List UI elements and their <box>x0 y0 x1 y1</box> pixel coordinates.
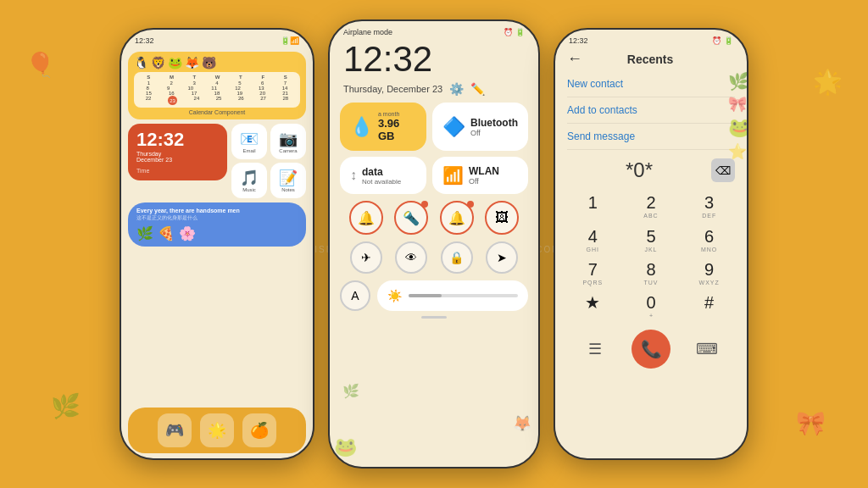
key-6[interactable]: 6 MNO <box>680 223 738 256</box>
status-bar-3: 12:32 ⏰ 🔋 <box>555 30 747 47</box>
message-text: Every year, there are handsome men <box>136 208 298 214</box>
key-0[interactable]: 0 + <box>622 289 681 323</box>
app-email[interactable]: 📧 Email <box>231 124 267 159</box>
control-row-2: ✈ 👁 🔒 ➤ <box>330 240 538 275</box>
key-7[interactable]: 7 PQRS <box>564 256 622 289</box>
brightness-icon: ☀️ <box>387 289 402 302</box>
data-sub: Not available <box>362 178 401 186</box>
key-2[interactable]: 2 ABC <box>622 189 681 223</box>
dialer-time: 12:32 <box>569 36 588 45</box>
lock-icon[interactable]: 🔒 <box>441 241 473 274</box>
app-notes-label: Notes <box>281 187 295 192</box>
flashlight-icon[interactable]: 🔦 <box>394 201 428 235</box>
app-music[interactable]: 🎵 Music <box>231 163 267 198</box>
cc-time: 12:32 <box>330 38 538 80</box>
data-label: data <box>362 166 401 178</box>
recents-header: ← Recents <box>555 47 747 71</box>
bluetooth-label: Bluetooth <box>470 117 518 129</box>
key-5[interactable]: 5 JKL <box>622 223 681 256</box>
control-tiles: 💧 a month 3.96 GB 🔷 Bluetooth Off <box>330 103 538 199</box>
recents-item-add[interactable]: Add to contacts <box>567 97 735 124</box>
calendar-label: Calendar Component <box>134 109 300 115</box>
time-1: 12:32 <box>135 36 154 45</box>
mobile-data-tile[interactable]: ↕️ data Not available <box>340 157 426 194</box>
phone-2: Airplane mode ⏰ 🔋 🐸 🦊 🌿 12:32 Thursday, … <box>328 19 540 469</box>
dock: 🎮 🌟 🍊 <box>128 408 306 453</box>
screenshot-icon[interactable]: 🖼 <box>485 201 519 235</box>
key-3[interactable]: 3 DEF <box>680 189 738 223</box>
dialer-status-icons: ⏰ 🔋 <box>712 36 733 45</box>
recents-item-message[interactable]: Send message <box>567 124 735 150</box>
dialer-input-area: *0* ⌫ <box>555 152 747 189</box>
vibrate-icon[interactable]: 🔔 <box>349 201 383 235</box>
cc-status-icons: ⏰ 🔋 <box>504 28 525 36</box>
brightness-slider[interactable]: ☀️ <box>377 280 528 311</box>
time-date: December 23 <box>136 157 219 163</box>
cc-date: Thursday, December 23 ⚙️ ✏️ <box>330 80 538 103</box>
key-star[interactable]: ★ <box>564 289 622 323</box>
status-bar-1: 12:32 🔋📶 <box>121 30 313 47</box>
wlan-sub: Off <box>469 177 499 186</box>
menu-button[interactable]: ☰ <box>579 333 611 365</box>
status-bar-2: Airplane mode ⏰ 🔋 <box>330 21 538 38</box>
message-sub: 这不是正义的化身那是什么 <box>136 214 298 222</box>
time-label: Time <box>136 168 219 174</box>
time-big: 12:32 <box>136 130 219 149</box>
bluetooth-tile[interactable]: 🔷 Bluetooth Off <box>432 103 528 151</box>
key-hash[interactable]: # <box>680 289 738 323</box>
phone-1: 12:32 🔋📶 🐧 🦁 🐸 🦊 🐻 SMTWTFS <box>120 28 314 460</box>
key-4[interactable]: 4 GHI <box>564 223 622 256</box>
back-button[interactable]: ← <box>567 50 582 68</box>
key-8[interactable]: 8 TUV <box>622 256 681 289</box>
key-9[interactable]: 9 WXYZ <box>680 256 738 289</box>
cc-airplane: Airplane mode <box>343 28 392 36</box>
time-widget[interactable]: 12:32 Thursday December 23 Time <box>128 124 227 180</box>
dock-icon-2[interactable]: 🌟 <box>200 413 234 447</box>
delete-button[interactable]: ⌫ <box>711 158 735 182</box>
app-camera-label: Camera <box>279 148 297 153</box>
calendar-widget[interactable]: 🐧 🦁 🐸 🦊 🐻 SMTWTFS 1234567 <box>128 52 306 119</box>
keypad: 1 2 ABC 3 DEF 4 GHI 5 JKL <box>555 189 747 323</box>
key-1[interactable]: 1 <box>564 189 622 223</box>
message-widget[interactable]: Every year, there are handsome men 这不是正义… <box>128 202 306 247</box>
data-tile[interactable]: 💧 a month 3.96 GB <box>340 103 426 151</box>
location-icon[interactable]: ➤ <box>486 241 518 274</box>
dialer-actions: ☰ 📞 ⌨ <box>555 324 747 374</box>
alarm-icon[interactable]: 🔔 <box>440 201 474 235</box>
a-button[interactable]: A <box>340 280 370 311</box>
wlan-label: WLAN <box>469 165 499 177</box>
dock-icon-3[interactable]: 🍊 <box>242 413 276 447</box>
app-music-label: Music <box>242 187 256 192</box>
phone-3: 12:32 ⏰ 🔋 ← Recents New contact Add to c… <box>554 28 748 460</box>
status-icons-1: 🔋📶 <box>281 36 299 45</box>
eye-icon[interactable]: 👁 <box>395 241 427 274</box>
data-amount: 3.96 GB <box>378 117 416 142</box>
recents-list: New contact Add to contacts Send message… <box>555 71 747 150</box>
airplane-icon[interactable]: ✈ <box>350 241 382 274</box>
wlan-tile[interactable]: 📶 WLAN Off <box>432 157 528 194</box>
time-day: Thursday <box>136 151 219 157</box>
dialer-number-display: *0* <box>567 158 711 182</box>
keyboard-button[interactable]: ⌨ <box>691 333 723 365</box>
recents-item-new[interactable]: New contact <box>567 71 735 97</box>
dock-icon-1[interactable]: 🎮 <box>158 413 192 447</box>
call-button[interactable]: 📞 <box>632 330 670 369</box>
recents-title: Recents <box>589 53 711 66</box>
app-email-label: Email <box>242 148 255 153</box>
app-camera[interactable]: 📷 Camera <box>270 124 306 159</box>
app-notes[interactable]: 📝 Notes <box>270 163 306 198</box>
control-row-1: 🔔 🔦 🔔 🖼 <box>330 199 538 236</box>
bluetooth-sub: Off <box>470 129 518 137</box>
